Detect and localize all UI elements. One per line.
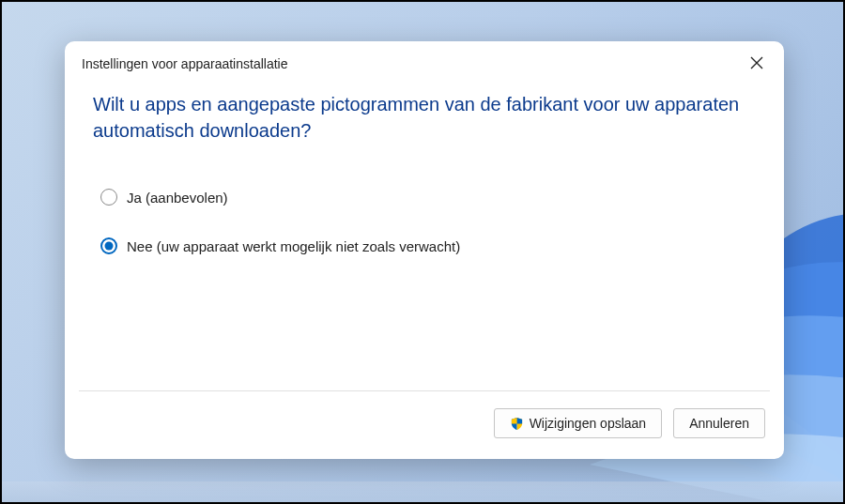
radio-icon-selected — [100, 237, 117, 254]
radio-icon — [100, 189, 117, 206]
dialog-question: Wilt u apps en aangepaste pictogrammen v… — [93, 91, 756, 144]
desktop-background: Instellingen voor apparaatinstallatie Wi… — [2, 2, 843, 502]
radio-label: Ja (aanbevolen) — [127, 190, 228, 206]
uac-shield-icon — [510, 417, 524, 431]
radio-option-no[interactable]: Nee (uw apparaat werkt mogelijk niet zoa… — [100, 237, 756, 254]
device-installation-settings-dialog: Instellingen voor apparaatinstallatie Wi… — [65, 41, 784, 459]
cancel-button[interactable]: Annuleren — [673, 408, 765, 438]
radio-option-yes[interactable]: Ja (aanbevolen) — [100, 189, 756, 206]
radio-label: Nee (uw apparaat werkt mogelijk niet zoa… — [127, 238, 460, 254]
dialog-title: Instellingen voor apparaatinstallatie — [82, 56, 287, 71]
dialog-titlebar: Instellingen voor apparaatinstallatie — [65, 41, 784, 84]
close-icon — [750, 56, 763, 72]
dialog-content: Wilt u apps en aangepaste pictogrammen v… — [65, 84, 784, 390]
save-changes-button[interactable]: Wijzigingen opslaan — [494, 408, 663, 438]
cancel-button-label: Annuleren — [689, 416, 749, 431]
dialog-footer: Wijzigingen opslaan Annuleren — [65, 391, 784, 459]
close-button[interactable] — [746, 53, 767, 74]
taskbar — [2, 481, 843, 502]
radio-group: Ja (aanbevolen) Nee (uw apparaat werkt m… — [93, 189, 756, 254]
save-button-label: Wijzigingen opslaan — [530, 416, 647, 431]
